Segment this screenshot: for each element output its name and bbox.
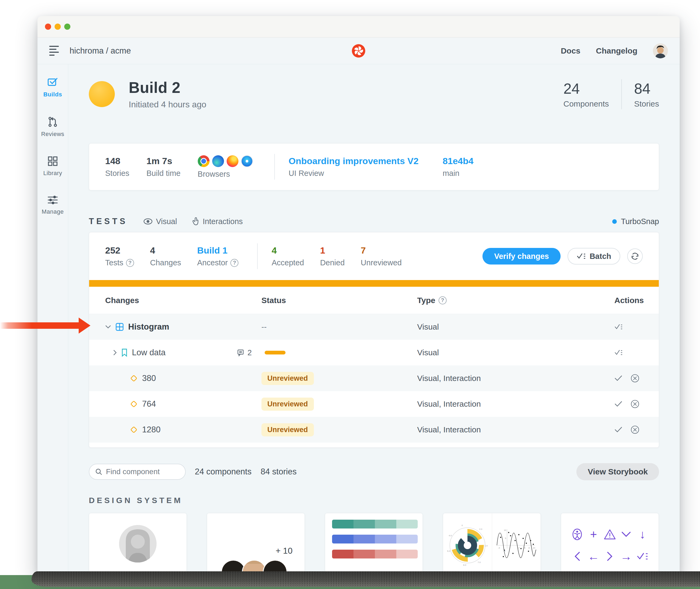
user-avatar[interactable] xyxy=(653,43,668,58)
component-card-avatar[interactable] xyxy=(89,513,187,576)
col-status: Status xyxy=(262,296,417,305)
donut-chart: 1.05.0 7.06.0 4.002.0 xyxy=(443,513,492,576)
commit-link[interactable]: 81e4b4 main xyxy=(442,156,473,178)
turbosnap-dot-icon xyxy=(612,219,617,224)
table-row-low-data[interactable]: Low data 2 Visual xyxy=(89,340,659,365)
svg-text:2: 2 xyxy=(518,547,519,549)
chevron-down-icon[interactable] xyxy=(105,325,111,329)
changelog-link[interactable]: Changelog xyxy=(596,46,637,55)
search-input[interactable] xyxy=(106,467,179,476)
comments-indicator[interactable]: 2 xyxy=(237,348,252,357)
deny-icon[interactable] xyxy=(630,425,640,434)
branch-link[interactable]: Onboarding improvements V2 UI Review xyxy=(289,156,419,178)
pointer-hand-icon xyxy=(193,217,199,226)
ancestor-build-link[interactable]: Build 1 xyxy=(197,245,239,256)
chromatic-logo-icon[interactable] xyxy=(352,44,365,57)
story-bookmark-icon xyxy=(121,348,128,357)
svg-text:5.0: 5.0 xyxy=(447,550,450,552)
arrow-down-icon: ↓ xyxy=(636,528,649,541)
stories-stat: 84 Stories xyxy=(634,80,659,109)
stat-denied: 1 Denied xyxy=(320,245,345,267)
stat-accepted: 4 Accepted xyxy=(272,245,304,267)
sidebar-item-builds[interactable]: Builds xyxy=(43,76,62,98)
main-content: Build 2 Initiated 4 hours ago 24 Compone… xyxy=(68,64,680,576)
status-badge: Unreviewed xyxy=(262,372,314,385)
status-progress-bar xyxy=(265,351,286,355)
swatch-row-red xyxy=(332,550,418,559)
component-card-charts[interactable]: 1.05.0 7.06.0 4.002.0 xyxy=(443,513,541,576)
docs-link[interactable]: Docs xyxy=(561,46,581,55)
tests-stats-row: 252 Tests? 4 Changes Build 1 Ancestor? xyxy=(89,232,659,280)
minimize-window-button[interactable] xyxy=(55,24,61,30)
search-field[interactable] xyxy=(89,464,186,480)
close-window-button[interactable] xyxy=(45,24,51,30)
sidebar-item-reviews[interactable]: Reviews xyxy=(41,116,64,138)
window-titlebar xyxy=(37,16,680,37)
firefox-icon xyxy=(227,155,239,167)
stories-count: 84 stories xyxy=(261,467,297,476)
svg-text:8: 8 xyxy=(529,547,530,549)
components-stat: 24 Components xyxy=(564,80,609,109)
viewport-diamond-icon xyxy=(130,374,138,382)
chevron-down-icon xyxy=(620,528,633,541)
component-card-swatches[interactable] xyxy=(325,513,423,576)
help-icon[interactable]: ? xyxy=(126,259,134,267)
table-row-histogram[interactable]: Histogram -- Visual xyxy=(89,314,659,340)
svg-text:10: 10 xyxy=(533,547,535,549)
view-storybook-button[interactable]: View Storybook xyxy=(576,463,659,480)
component-card-icons[interactable]: + ↓ xyxy=(561,513,659,576)
menu-icon[interactable] xyxy=(49,46,60,56)
stat-unreviewed: 7 Unreviewed xyxy=(361,245,402,267)
filter-interactions[interactable]: Interactions xyxy=(193,217,243,226)
component-card-avatar-group[interactable]: + 10 xyxy=(207,513,305,576)
plus-icon: + xyxy=(587,528,600,541)
chevron-right-icon[interactable] xyxy=(113,350,117,356)
help-icon[interactable]: ? xyxy=(231,259,239,267)
batch-accept-icon[interactable] xyxy=(614,324,623,330)
search-icon xyxy=(95,468,102,475)
desk-photo-strip xyxy=(32,571,700,587)
accept-icon[interactable] xyxy=(614,426,622,433)
batch-button[interactable]: Batch xyxy=(568,248,620,264)
svg-text:6: 6 xyxy=(524,547,526,549)
stat-changes: 4 Changes xyxy=(150,245,181,267)
sidebar-item-manage[interactable]: Manage xyxy=(42,195,64,215)
tests-heading: TESTS xyxy=(89,217,128,226)
table-row-764[interactable]: 764 Unreviewed Visual, Interaction xyxy=(89,391,659,417)
builds-icon xyxy=(47,76,58,88)
arrow-left-icon: ← xyxy=(587,550,600,563)
stat-ancestor[interactable]: Build 1 Ancestor? xyxy=(197,245,239,267)
help-icon[interactable]: ? xyxy=(438,297,447,305)
component-toolbar: 24 components 84 stories View Storybook xyxy=(89,463,659,480)
sidebar-item-library[interactable]: Library xyxy=(43,156,62,177)
deny-icon[interactable] xyxy=(630,399,640,409)
refresh-button[interactable] xyxy=(627,248,643,264)
design-system-cards: + 10 xyxy=(89,513,659,576)
build-header: Build 2 Initiated 4 hours ago 24 Compone… xyxy=(89,79,659,110)
sidebar-item-label: Reviews xyxy=(41,131,64,138)
table-row-1280[interactable]: 1280 Unreviewed Visual, Interaction xyxy=(89,417,659,442)
table-row-380[interactable]: 380 Unreviewed Visual, Interaction xyxy=(89,365,659,391)
edge-icon xyxy=(212,155,224,167)
batch-accept-icon[interactable] xyxy=(614,349,623,356)
build-summary-card: 148 Stories 1m 7s Build time xyxy=(89,143,659,190)
zoom-window-button[interactable] xyxy=(64,24,70,30)
breadcrumb[interactable]: hichroma / acme xyxy=(70,46,131,56)
warning-icon xyxy=(603,528,616,541)
eye-icon xyxy=(143,218,153,225)
app-header: hichroma / acme Docs Changelog xyxy=(37,37,680,64)
deny-icon[interactable] xyxy=(630,374,640,383)
table-header: Changes Status Type? Actions xyxy=(89,287,659,314)
accept-icon[interactable] xyxy=(614,375,622,382)
svg-text:4.0: 4.0 xyxy=(449,534,452,537)
avatar-more-count: + 10 xyxy=(276,546,293,556)
svg-text:-4: -4 xyxy=(498,547,500,549)
accept-icon[interactable] xyxy=(614,401,622,407)
svg-text:6.0: 6.0 xyxy=(463,564,466,566)
status-badge: Unreviewed xyxy=(262,398,314,411)
tests-panel: 252 Tests? 4 Changes Build 1 Ancestor? xyxy=(89,232,659,448)
svg-text:1.0: 1.0 xyxy=(484,545,488,547)
chrome-icon xyxy=(198,155,210,167)
verify-changes-button[interactable]: Verify changes xyxy=(482,248,561,264)
filter-visual[interactable]: Visual xyxy=(143,217,177,226)
